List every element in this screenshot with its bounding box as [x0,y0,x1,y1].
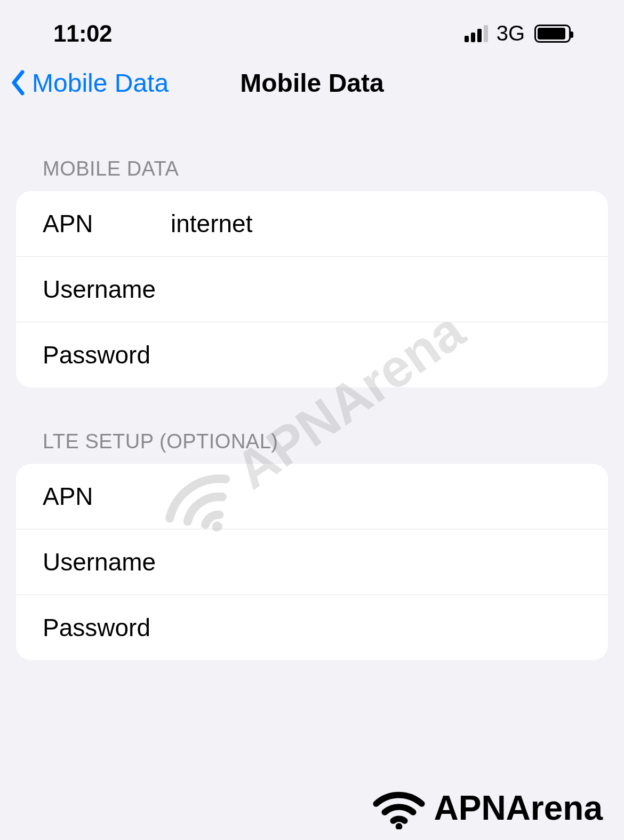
back-label: Mobile Data [32,68,169,98]
battery-icon [534,25,571,43]
lte-username-label: Username [43,548,171,576]
password-label: Password [43,340,171,369]
lte-setup-group: APN Username Password [16,464,608,660]
footer-brand-text: APNArena [434,788,603,828]
status-time: 11:02 [53,20,112,47]
lte-username-input[interactable] [171,548,581,576]
svg-point-1 [396,823,403,829]
lte-apn-label: APN [43,482,171,511]
lte-username-row[interactable]: Username [16,529,608,595]
section-header-lte-setup: LTE SETUP (OPTIONAL) [0,430,624,464]
password-row[interactable]: Password [16,322,608,387]
lte-password-input[interactable] [171,613,581,642]
lte-apn-row[interactable]: APN [16,464,608,529]
apn-label: APN [43,209,171,238]
navigation-bar: Mobile Data Mobile Data [0,56,624,120]
apn-row[interactable]: APN [16,191,608,257]
signal-icon [465,25,488,42]
wifi-icon [370,787,428,829]
status-indicators: 3G [465,21,571,45]
lte-apn-input[interactable] [171,482,581,511]
footer-brand: APNArena [370,787,603,829]
apn-input[interactable] [171,209,581,238]
status-bar: 11:02 3G [0,0,624,56]
lte-password-row[interactable]: Password [16,595,608,660]
lte-password-label: Password [43,613,171,642]
chevron-back-icon [11,70,25,96]
mobile-data-group: APN Username Password [16,191,608,387]
username-input[interactable] [171,275,581,304]
network-type-label: 3G [497,21,525,45]
page-title: Mobile Data [240,68,383,98]
username-label: Username [43,275,171,304]
back-button[interactable]: Mobile Data [11,68,169,98]
username-row[interactable]: Username [16,257,608,322]
section-header-mobile-data: MOBILE DATA [0,157,624,191]
password-input[interactable] [171,340,581,369]
